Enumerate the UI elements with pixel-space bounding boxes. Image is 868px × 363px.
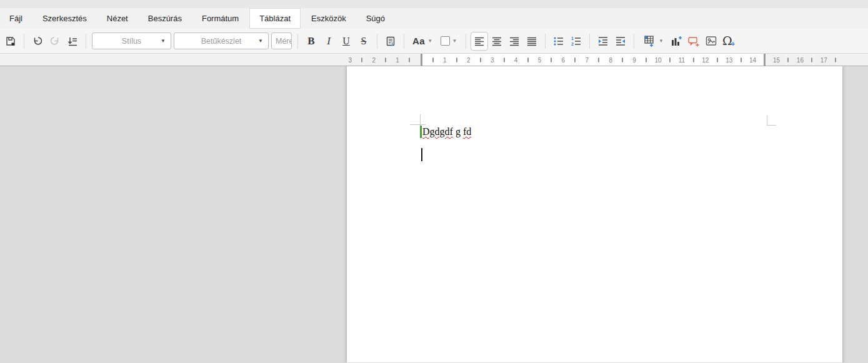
decrease-indent-icon	[597, 35, 609, 47]
font-color-icon	[441, 36, 450, 46]
ruler-tick	[551, 57, 552, 62]
menu-label: Eszközök	[311, 14, 346, 23]
italic-button[interactable]: I	[320, 32, 337, 51]
menu-item-table[interactable]: Táblázat	[249, 8, 301, 29]
ruler-tick	[741, 57, 742, 62]
align-left-button[interactable]	[471, 32, 488, 51]
strikethrough-button[interactable]: S	[355, 32, 372, 51]
menu-label: Nézet	[107, 14, 128, 23]
align-justify-icon	[526, 36, 537, 47]
document-word: g	[453, 126, 463, 137]
svg-text:1: 1	[391, 41, 394, 46]
toolbar: Stílus ▼ Betűkészlet ▼ Méret B I U S 1 A…	[0, 29, 868, 54]
align-left-icon	[474, 36, 485, 47]
menu-label: Beszúrás	[148, 14, 182, 23]
font-color-button[interactable]: ▼	[436, 32, 461, 51]
menu-item-format[interactable]: Formátum	[192, 8, 248, 29]
ruler-number: 6	[562, 56, 566, 63]
bullet-list-icon	[552, 35, 565, 47]
underline-button[interactable]: U	[337, 32, 355, 51]
align-justify-button[interactable]	[523, 32, 541, 51]
align-center-icon	[491, 36, 502, 47]
align-center-button[interactable]	[488, 32, 506, 51]
insert-comment-button[interactable]	[685, 32, 702, 51]
ruler-number: 2	[467, 56, 471, 63]
ruler-number: 1	[396, 56, 399, 63]
ruler-active-region	[421, 54, 765, 66]
style-dropdown[interactable]: Stílus ▼	[92, 32, 171, 49]
redo-button[interactable]	[46, 32, 64, 51]
menu-item-insert[interactable]: Beszúrás	[139, 8, 191, 29]
ruler-tick	[409, 57, 410, 62]
page-number-button[interactable]: 1	[382, 32, 399, 51]
toolbar-separator	[634, 34, 634, 49]
save-button[interactable]	[2, 32, 19, 51]
font-size-field[interactable]: Méret	[271, 32, 292, 49]
formatting-marks-button[interactable]	[64, 32, 81, 51]
misspelled-word: fd	[463, 126, 471, 137]
ruler-number: 14	[749, 56, 756, 63]
numbered-list-button[interactable]: 1 2	[567, 32, 585, 51]
strikethrough-label: S	[361, 36, 367, 47]
ruler-tick	[432, 57, 434, 62]
toolbar-separator	[466, 34, 466, 49]
bullet-list-button[interactable]	[550, 32, 567, 51]
svg-text:2: 2	[571, 42, 574, 46]
font-dropdown-placeholder: Betűkészlet	[201, 37, 242, 46]
page-margin-corner-right	[767, 116, 767, 126]
ruler-tick	[504, 57, 505, 62]
insert-image-button[interactable]	[702, 32, 720, 51]
chevron-down-icon: ▼	[659, 38, 664, 44]
increase-indent-button[interactable]	[612, 32, 629, 51]
bold-button[interactable]: B	[302, 32, 320, 51]
menu-item-edit[interactable]: Szerkesztés	[33, 8, 96, 29]
insert-image-icon	[704, 34, 718, 48]
ruler-tick	[811, 57, 812, 62]
ruler-number: 5	[538, 56, 542, 63]
toolbar-separator	[377, 34, 377, 49]
style-dropdown-placeholder: Stílus	[122, 37, 141, 46]
toolbar-separator	[589, 34, 590, 49]
menu-item-view[interactable]: Nézet	[97, 8, 137, 29]
ruler-number: 11	[679, 56, 685, 63]
ruler-number: 3	[349, 56, 352, 63]
document-page[interactable]: Dgdgdf g fd	[347, 66, 842, 362]
insert-comment-icon	[687, 34, 701, 48]
menu-item-help[interactable]: Súgó	[357, 8, 394, 29]
ruler-tick	[622, 57, 623, 62]
misspelled-word: Dgdgdf	[422, 126, 453, 137]
document-text-line: Dgdgdf g fd	[422, 126, 471, 138]
ruler-margin-divider[interactable]	[764, 54, 766, 66]
menu-item-file[interactable]: Fájl	[0, 8, 32, 29]
ruler-margin-divider[interactable]	[421, 54, 422, 66]
plus-badge-icon: +	[731, 40, 735, 47]
page-margin-corner-right	[767, 125, 776, 126]
menu-label: Formátum	[202, 14, 239, 23]
undo-button[interactable]	[29, 32, 46, 51]
align-right-icon	[509, 36, 520, 47]
menu-item-tools[interactable]: Eszközök	[302, 8, 356, 29]
font-dropdown[interactable]: Betűkészlet ▼	[174, 32, 269, 49]
change-case-button[interactable]: Aa ▼	[409, 32, 436, 51]
insert-symbol-button[interactable]: Ω +	[720, 32, 737, 51]
redo-icon	[49, 35, 61, 47]
window-title-strip	[0, 0, 868, 8]
insert-table-icon	[642, 34, 656, 48]
bold-label: B	[307, 35, 314, 47]
decrease-indent-button[interactable]	[594, 32, 612, 51]
ruler[interactable]: 3211234567891011121314151617	[0, 54, 868, 66]
ruler-tick	[598, 57, 599, 62]
ruler-tick	[385, 57, 386, 62]
align-right-button[interactable]	[506, 32, 523, 51]
ruler-tick	[669, 57, 671, 62]
underline-label: U	[342, 36, 350, 47]
menu-label: Szerkesztés	[42, 14, 87, 23]
insert-table-button[interactable]: ▼	[639, 32, 667, 51]
numbered-list-icon: 1 2	[570, 35, 582, 47]
page-number-icon: 1	[384, 35, 397, 47]
toolbar-separator	[297, 34, 298, 49]
italic-label: I	[327, 35, 331, 47]
insert-chart-button[interactable]	[667, 32, 685, 51]
toolbar-separator	[24, 34, 24, 49]
document-area: Dgdgdf g fd	[0, 66, 868, 362]
